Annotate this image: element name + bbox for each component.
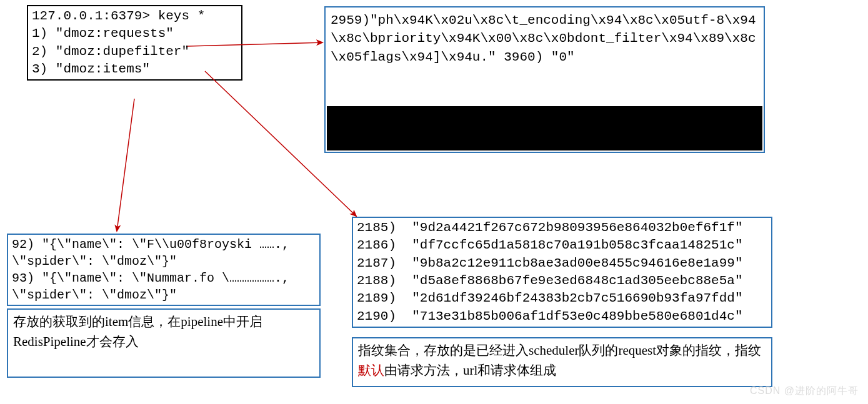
- redis-keys-box: 127.0.0.1:6379> keys * 1) "dmoz:requests…: [27, 5, 242, 81]
- dupefilter-description-box: 指纹集合，存放的是已经进入scheduler队列的request对象的指纹，指纹…: [352, 337, 772, 387]
- dupefilter-content-box: 2185) "9d2a4421f267c672b98093956e864032b…: [352, 217, 772, 328]
- keys-line-2: 1) "dmoz:requests": [32, 25, 237, 42]
- dupe-line-1: 2185) "9d2a4421f267c672b98093956e864032b…: [357, 219, 767, 237]
- dupe-line-2: 2186) "df7ccfc65d1a5818c70a191b058c3fcaa…: [357, 237, 767, 254]
- keys-line-4: 3) "dmoz:items": [32, 61, 237, 78]
- dupe-line-4: 2188) "d5a8ef8868b67fe9e3ed6848c1ad305ee…: [357, 272, 767, 290]
- requests-content-box: 2959)"ph\x94K\x02u\x8c\t_encoding\x94\x8…: [324, 6, 765, 153]
- dupe-desc-post: 由请求方法，url和请求体组成: [384, 363, 556, 378]
- items-line-2: \"spider\": \"dmoz\"}": [12, 253, 316, 270]
- dupe-line-6: 2190) "713e31b85b006af1df53e0c489bbe580e…: [357, 308, 767, 325]
- dupe-desc-highlight: 默认: [358, 363, 384, 378]
- svg-line-2: [117, 99, 134, 231]
- keys-line-1: 127.0.0.1:6379> keys *: [32, 7, 237, 25]
- items-content-box: 92) "{\"name\": \"F\\u00f8royski ……., \"…: [7, 234, 321, 306]
- black-masked-region: [327, 106, 762, 150]
- dupe-line-5: 2189) "2d61df39246bf24383b2cb7c516690b93…: [357, 290, 767, 307]
- keys-line-3: 2) "dmoz:dupefilter": [32, 43, 237, 61]
- requests-dump-text: 2959)"ph\x94K\x02u\x8c\t_encoding\x94\x8…: [326, 7, 764, 70]
- items-line-4: \"spider\": \"dmoz\"}": [12, 287, 316, 303]
- items-line-1: 92) "{\"name\": \"F\\u00f8royski …….,: [12, 236, 316, 253]
- items-description-text: 存放的获取到的item信息，在pipeline中开启RedisPipeline才…: [13, 314, 262, 349]
- watermark-text: CSDN @进阶的阿牛哥: [750, 385, 859, 398]
- dupe-line-3: 2187) "9b8a2c12e911cb8ae3ad00e8455c94616…: [357, 255, 767, 272]
- items-description-box: 存放的获取到的item信息，在pipeline中开启RedisPipeline才…: [7, 308, 321, 378]
- items-line-3: 93) "{\"name\": \"Nummar.fo \……………….,: [12, 270, 316, 287]
- dupe-desc-pre: 指纹集合，存放的是已经进入scheduler队列的request对象的指纹，指纹: [358, 343, 761, 358]
